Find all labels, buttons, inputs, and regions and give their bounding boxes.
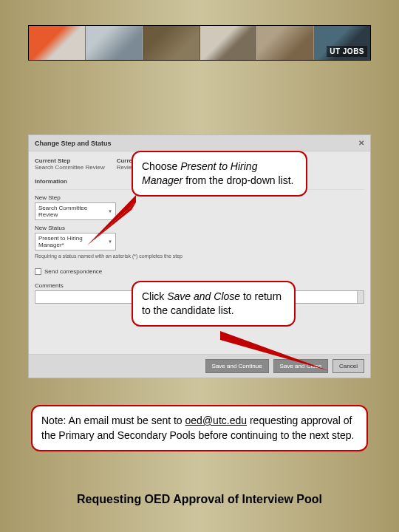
banner-photo (257, 26, 314, 60)
dialog-header: Change Step and Status ✕ (29, 135, 370, 151)
new-step-select[interactable]: Search Committee Review ▼ (35, 202, 116, 220)
close-icon[interactable]: ✕ (358, 139, 364, 147)
save-and-close-button[interactable]: Save and Close (273, 359, 328, 373)
new-step-selected: Search Committee Review (38, 205, 108, 218)
callout-save-close: Click Save and Close to return to the ca… (132, 281, 296, 327)
chevron-down-icon: ▼ (108, 209, 112, 214)
banner-collage: UT JOBS (28, 25, 371, 61)
banner-photo: UT JOBS (314, 26, 370, 60)
dialog-footer: Save and Continue Save and Close Cancel (29, 354, 370, 378)
callout-choose-status: Choose Present to Hiring Manager from th… (132, 151, 307, 197)
new-status-selected: Present to Hiring Manager* (38, 235, 108, 248)
asterisk-note: Requiring a status named with an asteris… (35, 253, 364, 259)
new-status-select[interactable]: Present to Hiring Manager* ▼ (35, 233, 116, 250)
send-correspondence-label: Send correspondence (44, 268, 102, 275)
ut-jobs-logo: UT JOBS (327, 46, 367, 57)
dialog-title: Change Step and Status (35, 140, 112, 147)
save-and-continue-button[interactable]: Save and Continue (205, 359, 269, 373)
chevron-down-icon: ▼ (108, 239, 112, 244)
banner-photo (29, 26, 86, 60)
new-status-label: New Status (35, 225, 364, 231)
send-correspondence-checkbox[interactable] (35, 268, 41, 275)
banner-photo (143, 26, 200, 60)
oed-email-link[interactable]: oed@utc.edu (185, 415, 248, 426)
page-title: Requesting OED Approval of Interview Poo… (0, 493, 399, 506)
banner-photo (200, 26, 257, 60)
note-callout: Note: An email must be sent to oed@utc.e… (31, 405, 368, 451)
banner-photo (86, 26, 143, 60)
cancel-button[interactable]: Cancel (332, 359, 364, 373)
current-step-label: Current Step (35, 157, 105, 164)
current-step-value: Search Committee Review (35, 164, 105, 171)
